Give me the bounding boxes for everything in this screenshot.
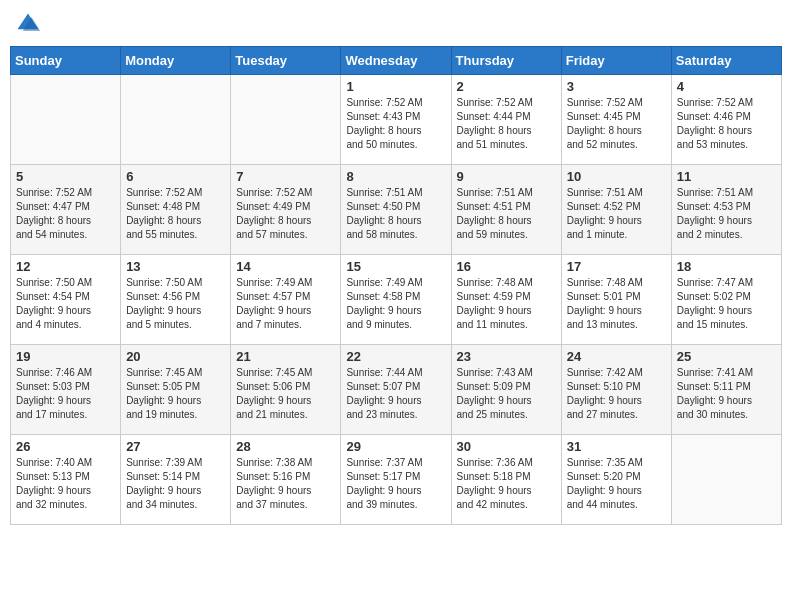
logo	[14, 10, 44, 38]
weekday-header-sunday: Sunday	[11, 47, 121, 75]
day-info: Sunrise: 7:41 AM Sunset: 5:11 PM Dayligh…	[677, 366, 776, 422]
calendar-table: SundayMondayTuesdayWednesdayThursdayFrid…	[10, 46, 782, 525]
calendar-cell: 29Sunrise: 7:37 AM Sunset: 5:17 PM Dayli…	[341, 435, 451, 525]
weekday-header-thursday: Thursday	[451, 47, 561, 75]
day-info: Sunrise: 7:44 AM Sunset: 5:07 PM Dayligh…	[346, 366, 445, 422]
calendar-cell: 11Sunrise: 7:51 AM Sunset: 4:53 PM Dayli…	[671, 165, 781, 255]
day-info: Sunrise: 7:49 AM Sunset: 4:57 PM Dayligh…	[236, 276, 335, 332]
calendar-cell: 12Sunrise: 7:50 AM Sunset: 4:54 PM Dayli…	[11, 255, 121, 345]
weekday-row: SundayMondayTuesdayWednesdayThursdayFrid…	[11, 47, 782, 75]
calendar-week-2: 12Sunrise: 7:50 AM Sunset: 4:54 PM Dayli…	[11, 255, 782, 345]
page-header	[10, 10, 782, 38]
day-number: 14	[236, 259, 335, 274]
calendar-cell: 7Sunrise: 7:52 AM Sunset: 4:49 PM Daylig…	[231, 165, 341, 255]
calendar-cell: 1Sunrise: 7:52 AM Sunset: 4:43 PM Daylig…	[341, 75, 451, 165]
calendar-header: SundayMondayTuesdayWednesdayThursdayFrid…	[11, 47, 782, 75]
day-number: 10	[567, 169, 666, 184]
day-info: Sunrise: 7:52 AM Sunset: 4:48 PM Dayligh…	[126, 186, 225, 242]
calendar-cell: 27Sunrise: 7:39 AM Sunset: 5:14 PM Dayli…	[121, 435, 231, 525]
day-number: 12	[16, 259, 115, 274]
day-number: 22	[346, 349, 445, 364]
calendar-cell: 24Sunrise: 7:42 AM Sunset: 5:10 PM Dayli…	[561, 345, 671, 435]
day-number: 27	[126, 439, 225, 454]
calendar-cell: 8Sunrise: 7:51 AM Sunset: 4:50 PM Daylig…	[341, 165, 451, 255]
calendar-cell: 6Sunrise: 7:52 AM Sunset: 4:48 PM Daylig…	[121, 165, 231, 255]
day-info: Sunrise: 7:46 AM Sunset: 5:03 PM Dayligh…	[16, 366, 115, 422]
day-info: Sunrise: 7:40 AM Sunset: 5:13 PM Dayligh…	[16, 456, 115, 512]
day-info: Sunrise: 7:52 AM Sunset: 4:49 PM Dayligh…	[236, 186, 335, 242]
day-info: Sunrise: 7:50 AM Sunset: 4:54 PM Dayligh…	[16, 276, 115, 332]
calendar-cell: 14Sunrise: 7:49 AM Sunset: 4:57 PM Dayli…	[231, 255, 341, 345]
day-number: 30	[457, 439, 556, 454]
day-number: 23	[457, 349, 556, 364]
day-info: Sunrise: 7:52 AM Sunset: 4:47 PM Dayligh…	[16, 186, 115, 242]
day-info: Sunrise: 7:43 AM Sunset: 5:09 PM Dayligh…	[457, 366, 556, 422]
calendar-cell: 17Sunrise: 7:48 AM Sunset: 5:01 PM Dayli…	[561, 255, 671, 345]
day-number: 26	[16, 439, 115, 454]
day-info: Sunrise: 7:51 AM Sunset: 4:50 PM Dayligh…	[346, 186, 445, 242]
day-info: Sunrise: 7:38 AM Sunset: 5:16 PM Dayligh…	[236, 456, 335, 512]
day-number: 20	[126, 349, 225, 364]
day-number: 25	[677, 349, 776, 364]
day-info: Sunrise: 7:35 AM Sunset: 5:20 PM Dayligh…	[567, 456, 666, 512]
day-info: Sunrise: 7:51 AM Sunset: 4:53 PM Dayligh…	[677, 186, 776, 242]
calendar-cell: 3Sunrise: 7:52 AM Sunset: 4:45 PM Daylig…	[561, 75, 671, 165]
day-number: 1	[346, 79, 445, 94]
day-number: 29	[346, 439, 445, 454]
day-info: Sunrise: 7:51 AM Sunset: 4:52 PM Dayligh…	[567, 186, 666, 242]
calendar-cell: 25Sunrise: 7:41 AM Sunset: 5:11 PM Dayli…	[671, 345, 781, 435]
calendar-cell: 18Sunrise: 7:47 AM Sunset: 5:02 PM Dayli…	[671, 255, 781, 345]
calendar-cell: 28Sunrise: 7:38 AM Sunset: 5:16 PM Dayli…	[231, 435, 341, 525]
calendar-cell	[231, 75, 341, 165]
weekday-header-friday: Friday	[561, 47, 671, 75]
day-info: Sunrise: 7:48 AM Sunset: 5:01 PM Dayligh…	[567, 276, 666, 332]
day-number: 5	[16, 169, 115, 184]
day-info: Sunrise: 7:42 AM Sunset: 5:10 PM Dayligh…	[567, 366, 666, 422]
calendar-cell: 31Sunrise: 7:35 AM Sunset: 5:20 PM Dayli…	[561, 435, 671, 525]
day-number: 4	[677, 79, 776, 94]
calendar-week-4: 26Sunrise: 7:40 AM Sunset: 5:13 PM Dayli…	[11, 435, 782, 525]
calendar-cell: 26Sunrise: 7:40 AM Sunset: 5:13 PM Dayli…	[11, 435, 121, 525]
weekday-header-saturday: Saturday	[671, 47, 781, 75]
day-number: 7	[236, 169, 335, 184]
weekday-header-monday: Monday	[121, 47, 231, 75]
day-number: 3	[567, 79, 666, 94]
calendar-cell: 20Sunrise: 7:45 AM Sunset: 5:05 PM Dayli…	[121, 345, 231, 435]
day-info: Sunrise: 7:52 AM Sunset: 4:46 PM Dayligh…	[677, 96, 776, 152]
day-info: Sunrise: 7:47 AM Sunset: 5:02 PM Dayligh…	[677, 276, 776, 332]
day-info: Sunrise: 7:49 AM Sunset: 4:58 PM Dayligh…	[346, 276, 445, 332]
weekday-header-wednesday: Wednesday	[341, 47, 451, 75]
calendar-week-3: 19Sunrise: 7:46 AM Sunset: 5:03 PM Dayli…	[11, 345, 782, 435]
day-info: Sunrise: 7:45 AM Sunset: 5:06 PM Dayligh…	[236, 366, 335, 422]
calendar-cell: 15Sunrise: 7:49 AM Sunset: 4:58 PM Dayli…	[341, 255, 451, 345]
day-info: Sunrise: 7:36 AM Sunset: 5:18 PM Dayligh…	[457, 456, 556, 512]
calendar-cell: 10Sunrise: 7:51 AM Sunset: 4:52 PM Dayli…	[561, 165, 671, 255]
calendar-body: 1Sunrise: 7:52 AM Sunset: 4:43 PM Daylig…	[11, 75, 782, 525]
day-number: 11	[677, 169, 776, 184]
calendar-cell: 4Sunrise: 7:52 AM Sunset: 4:46 PM Daylig…	[671, 75, 781, 165]
calendar-week-1: 5Sunrise: 7:52 AM Sunset: 4:47 PM Daylig…	[11, 165, 782, 255]
day-info: Sunrise: 7:52 AM Sunset: 4:44 PM Dayligh…	[457, 96, 556, 152]
day-number: 31	[567, 439, 666, 454]
calendar-cell: 13Sunrise: 7:50 AM Sunset: 4:56 PM Dayli…	[121, 255, 231, 345]
weekday-header-tuesday: Tuesday	[231, 47, 341, 75]
day-info: Sunrise: 7:48 AM Sunset: 4:59 PM Dayligh…	[457, 276, 556, 332]
calendar-cell: 19Sunrise: 7:46 AM Sunset: 5:03 PM Dayli…	[11, 345, 121, 435]
day-info: Sunrise: 7:52 AM Sunset: 4:43 PM Dayligh…	[346, 96, 445, 152]
calendar-cell	[11, 75, 121, 165]
day-info: Sunrise: 7:50 AM Sunset: 4:56 PM Dayligh…	[126, 276, 225, 332]
day-number: 16	[457, 259, 556, 274]
day-number: 2	[457, 79, 556, 94]
day-info: Sunrise: 7:51 AM Sunset: 4:51 PM Dayligh…	[457, 186, 556, 242]
day-number: 18	[677, 259, 776, 274]
calendar-cell: 2Sunrise: 7:52 AM Sunset: 4:44 PM Daylig…	[451, 75, 561, 165]
day-info: Sunrise: 7:39 AM Sunset: 5:14 PM Dayligh…	[126, 456, 225, 512]
day-info: Sunrise: 7:37 AM Sunset: 5:17 PM Dayligh…	[346, 456, 445, 512]
calendar-cell: 23Sunrise: 7:43 AM Sunset: 5:09 PM Dayli…	[451, 345, 561, 435]
day-info: Sunrise: 7:45 AM Sunset: 5:05 PM Dayligh…	[126, 366, 225, 422]
logo-icon	[14, 10, 42, 38]
day-number: 17	[567, 259, 666, 274]
day-number: 15	[346, 259, 445, 274]
calendar-week-0: 1Sunrise: 7:52 AM Sunset: 4:43 PM Daylig…	[11, 75, 782, 165]
day-number: 6	[126, 169, 225, 184]
